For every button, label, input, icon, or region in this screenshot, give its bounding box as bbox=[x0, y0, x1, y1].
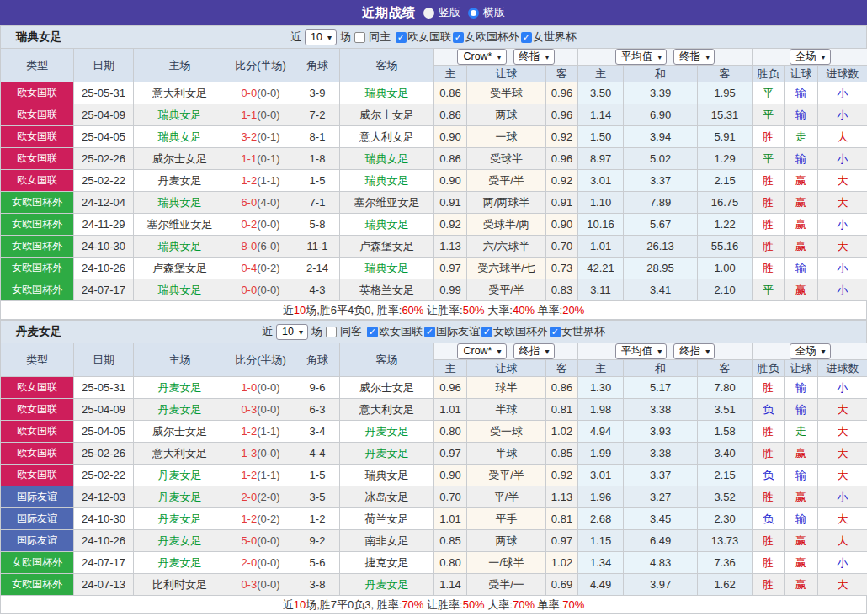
score: 0-3(0-0) bbox=[226, 399, 295, 421]
home-team: 丹麦女足 bbox=[134, 170, 226, 192]
match-date: 24-07-17 bbox=[74, 279, 134, 301]
league-checkbox[interactable]: ✓ bbox=[424, 327, 435, 337]
radio-checked-icon[interactable] bbox=[468, 8, 479, 19]
col-handicap: 让球 bbox=[467, 360, 546, 377]
league-checkbox[interactable]: ✓ bbox=[453, 32, 464, 43]
match-date: 25-04-09 bbox=[74, 399, 134, 421]
result-goals: 小 bbox=[818, 258, 867, 279]
bookmaker-select[interactable]: Crow*▾ bbox=[457, 49, 506, 65]
league-label: 女欧国杯外 bbox=[465, 29, 519, 45]
league-filter-item[interactable]: ✓欧女国联 bbox=[367, 324, 423, 339]
table-row: 女欧国杯外 24-10-30 瑞典女足 8-0(6-0) 11-1 卢森堡女足 … bbox=[1, 236, 867, 258]
league-checkbox[interactable]: ✓ bbox=[550, 327, 561, 337]
let-home-odds: 0.97 bbox=[434, 258, 467, 279]
handicap: 球半 bbox=[467, 377, 546, 399]
summary-stat-label: 场,胜6平4负0, 胜率: bbox=[306, 304, 402, 316]
col-result: 胜负 bbox=[753, 360, 785, 377]
let-away-odds: 0.92 bbox=[546, 170, 578, 192]
avg-away-odds: 1.58 bbox=[698, 421, 753, 443]
corner-score: 1-5 bbox=[295, 465, 340, 486]
handicap: 一球 bbox=[467, 126, 546, 148]
let-away-odds: 0.81 bbox=[546, 399, 578, 421]
league-label: 女世界杯 bbox=[533, 29, 577, 45]
away-team: 意大利女足 bbox=[340, 126, 434, 148]
bookmaker-select[interactable]: Crow*▾ bbox=[457, 343, 506, 359]
scope-select[interactable]: 全场▾ bbox=[790, 49, 831, 65]
league-checkbox[interactable]: ✓ bbox=[396, 32, 407, 43]
corner-score: 5-6 bbox=[295, 552, 340, 574]
col-competition: 类型 bbox=[1, 49, 74, 82]
table-row: 欧女国联 25-04-05 瑞典女足 3-2(0-1) 8-1 意大利女足 0.… bbox=[1, 126, 867, 148]
avg-away-odds: 5.91 bbox=[698, 126, 753, 148]
handicap: 六/六球半 bbox=[467, 236, 546, 258]
let-home-odds: 0.70 bbox=[434, 486, 467, 508]
average-select-group: 平均值▾ 终指▾ bbox=[578, 343, 753, 360]
avg-home-odds: 3.01 bbox=[578, 465, 624, 486]
league-filter-item[interactable]: ✓女世界杯 bbox=[550, 324, 605, 339]
score: 0-3(0-0) bbox=[226, 574, 295, 596]
away-team: 丹麦女足 bbox=[340, 574, 434, 596]
avg-home-odds: 2.68 bbox=[578, 508, 624, 530]
result-handicap: 赢 bbox=[785, 552, 818, 574]
result-win-draw-loss: 胜 bbox=[753, 377, 785, 399]
average-stage-select[interactable]: 终指▾ bbox=[673, 343, 715, 359]
same-venue-checkbox[interactable] bbox=[326, 327, 337, 337]
match-date: 24-12-03 bbox=[74, 486, 134, 508]
layout-radio-vertical[interactable]: 竖版 bbox=[423, 5, 460, 20]
let-away-odds: 1.13 bbox=[546, 486, 578, 508]
avg-draw-odds: 3.39 bbox=[624, 82, 698, 104]
same-venue-checkbox[interactable] bbox=[354, 32, 365, 43]
away-team: 威尔士女足 bbox=[340, 104, 434, 126]
average-stage-select[interactable]: 终指▾ bbox=[673, 49, 715, 65]
result-goals: 大 bbox=[818, 530, 867, 552]
avg-away-odds: 1.29 bbox=[698, 148, 753, 170]
let-home-odds: 1.14 bbox=[434, 574, 467, 596]
league-filter-item[interactable]: ✓欧女国联 bbox=[396, 29, 451, 45]
summary-stat-label: 近 bbox=[283, 304, 294, 316]
col-avg-away: 客 bbox=[698, 360, 753, 377]
team-name: 丹麦女足 bbox=[16, 321, 61, 343]
league-filter-item[interactable]: ✓女欧国杯外 bbox=[453, 29, 519, 45]
bookmaker-stage-select[interactable]: 终指▾ bbox=[513, 343, 555, 359]
league-checkbox[interactable]: ✓ bbox=[367, 327, 378, 337]
let-home-odds: 1.13 bbox=[434, 236, 467, 258]
table-row: 欧女国联 25-02-22 丹麦女足 1-2(1-1) 1-5 瑞典女足 0.9… bbox=[1, 170, 867, 192]
summary-stat-value: 60% bbox=[402, 304, 423, 316]
summary-stat-label: 让胜率: bbox=[423, 598, 462, 611]
result-handicap: 赢 bbox=[785, 530, 818, 552]
scope-select[interactable]: 全场▾ bbox=[790, 343, 831, 359]
score: 1-0(0-0) bbox=[226, 377, 295, 399]
league-filter-item[interactable]: ✓女欧国杯外 bbox=[481, 324, 548, 339]
games-count-select[interactable]: 10▾ bbox=[305, 29, 337, 45]
average-select[interactable]: 平均值▾ bbox=[615, 343, 668, 359]
table-row: 女欧国杯外 24-07-17 丹麦女足 2-0(0-0) 5-6 捷克女足 0.… bbox=[1, 552, 867, 574]
league-filter-item[interactable]: ✓国际友谊 bbox=[424, 324, 480, 339]
home-team: 丹麦女足 bbox=[134, 530, 226, 552]
competition-badge: 女欧国杯外 bbox=[1, 192, 74, 214]
league-label: 欧女国联 bbox=[407, 29, 451, 45]
summary-stat-value: 70% bbox=[513, 598, 535, 611]
result-handicap: 输 bbox=[785, 104, 818, 126]
average-select-group: 平均值▾ 终指▾ bbox=[578, 49, 753, 66]
avg-draw-odds: 28.95 bbox=[624, 258, 698, 279]
average-select[interactable]: 平均值▾ bbox=[615, 49, 668, 65]
radio-unchecked-icon[interactable] bbox=[423, 8, 434, 19]
match-date: 25-04-09 bbox=[74, 104, 134, 126]
games-count-select[interactable]: 10▾ bbox=[276, 324, 308, 340]
league-checkbox[interactable]: ✓ bbox=[521, 32, 532, 43]
table-row: 女欧国杯外 24-12-04 瑞典女足 6-0(4-0) 7-1 塞尔维亚女足 … bbox=[1, 192, 867, 214]
avg-away-odds: 7.36 bbox=[698, 552, 753, 574]
league-filter-item[interactable]: ✓女世界杯 bbox=[521, 29, 577, 45]
match-date: 24-10-30 bbox=[74, 236, 134, 258]
col-goals: 进球数 bbox=[818, 360, 867, 377]
col-let-result: 让球 bbox=[785, 66, 818, 82]
result-handicap: 走 bbox=[785, 421, 818, 443]
result-goals: 大 bbox=[818, 236, 867, 258]
table-row: 欧女国联 25-05-31 丹麦女足 1-0(0-0) 9-6 威尔士女足 0.… bbox=[1, 377, 867, 399]
layout-radio-horizontal[interactable]: 横版 bbox=[468, 5, 505, 20]
corner-score: 11-1 bbox=[295, 236, 340, 258]
league-checkbox[interactable]: ✓ bbox=[481, 327, 492, 337]
handicap: 受一球 bbox=[467, 421, 546, 443]
home-team: 瑞典女足 bbox=[134, 279, 226, 301]
bookmaker-stage-select[interactable]: 终指▾ bbox=[513, 49, 555, 65]
